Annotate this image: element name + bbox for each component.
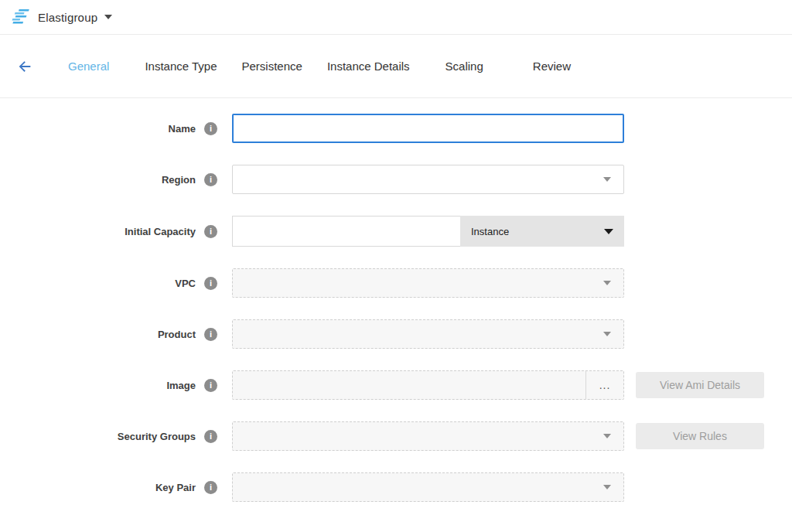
wizard-tabs: General Instance Type Persistence Instan… bbox=[68, 60, 606, 73]
back-button[interactable] bbox=[15, 57, 34, 76]
tab-review[interactable]: Review bbox=[533, 60, 571, 73]
vpc-info-icon[interactable]: i bbox=[204, 277, 217, 290]
form-row-initial-capacity: Initial Capacity i Instance bbox=[0, 216, 792, 247]
security-groups-label: Security Groups bbox=[118, 431, 196, 442]
app-menu-caret-icon[interactable] bbox=[104, 15, 112, 19]
capacity-unit-select[interactable]: Instance bbox=[460, 216, 624, 247]
region-caret-icon bbox=[603, 177, 611, 182]
app-header: Elastigroup bbox=[0, 0, 792, 35]
back-arrow-icon bbox=[16, 58, 33, 75]
form-row-region: Region i bbox=[0, 165, 792, 194]
form-row-key-pair: Key Pair i bbox=[0, 472, 792, 502]
image-value bbox=[233, 371, 585, 399]
region-info-icon[interactable]: i bbox=[204, 173, 217, 186]
wizard-tabbar: General Instance Type Persistence Instan… bbox=[0, 35, 792, 98]
key-pair-caret-icon bbox=[603, 485, 611, 489]
tab-persistence[interactable]: Persistence bbox=[242, 60, 302, 73]
product-caret-icon bbox=[603, 332, 611, 336]
elastigroup-logo-icon bbox=[11, 9, 31, 26]
initial-capacity-label: Initial Capacity bbox=[125, 226, 196, 237]
security-groups-select bbox=[232, 421, 624, 451]
image-browse-button[interactable]: ... bbox=[585, 371, 623, 399]
tab-scaling[interactable]: Scaling bbox=[446, 60, 483, 73]
capacity-unit-caret-icon bbox=[604, 229, 613, 234]
image-info-icon[interactable]: i bbox=[204, 379, 217, 392]
product-info-icon[interactable]: i bbox=[204, 328, 217, 341]
image-label: Image bbox=[166, 380, 196, 391]
app-title[interactable]: Elastigroup bbox=[38, 11, 97, 24]
form-row-name: Name i bbox=[0, 114, 792, 143]
vpc-label: VPC bbox=[175, 278, 196, 289]
product-select bbox=[232, 319, 624, 349]
form-row-vpc: VPC i bbox=[0, 268, 792, 298]
name-input[interactable] bbox=[232, 114, 624, 143]
region-select[interactable] bbox=[232, 165, 624, 194]
image-input: ... bbox=[232, 370, 624, 400]
security-groups-caret-icon bbox=[603, 434, 611, 438]
product-label: Product bbox=[158, 329, 196, 340]
initial-capacity-input[interactable] bbox=[232, 216, 460, 247]
tab-instance-type[interactable]: Instance Type bbox=[145, 60, 217, 73]
vpc-select bbox=[232, 268, 624, 298]
name-label: Name bbox=[169, 123, 196, 135]
view-rules-button[interactable]: View Rules bbox=[636, 423, 764, 449]
tab-instance-details[interactable]: Instance Details bbox=[327, 60, 410, 73]
view-ami-details-button[interactable]: View Ami Details bbox=[636, 372, 764, 398]
region-label: Region bbox=[162, 174, 196, 186]
capacity-unit-value: Instance bbox=[471, 226, 509, 237]
key-pair-label: Key Pair bbox=[155, 482, 196, 493]
form-row-product: Product i bbox=[0, 319, 792, 349]
tab-general[interactable]: General bbox=[68, 60, 109, 73]
form-row-image: Image i ... View Ami Details bbox=[0, 370, 792, 400]
initial-capacity-info-icon[interactable]: i bbox=[204, 225, 217, 238]
key-pair-select bbox=[232, 472, 624, 502]
key-pair-info-icon[interactable]: i bbox=[204, 481, 217, 494]
security-groups-info-icon[interactable]: i bbox=[204, 430, 217, 443]
name-info-icon[interactable]: i bbox=[204, 122, 217, 135]
general-form: Name i Region i Initial Capacity i bbox=[0, 98, 792, 502]
vpc-caret-icon bbox=[603, 281, 611, 285]
form-row-security-groups: Security Groups i View Rules bbox=[0, 421, 792, 451]
